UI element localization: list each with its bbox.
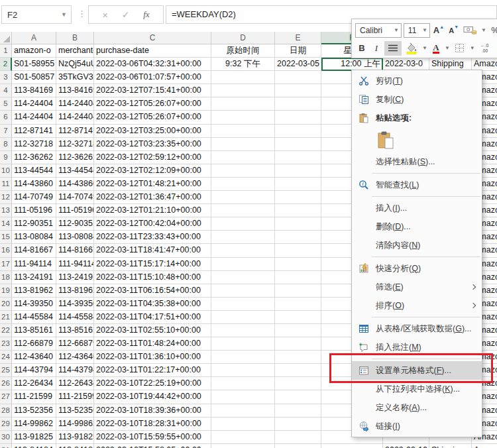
cell-c13[interactable]: 2022-03-12T01:21:10+00:00	[94, 204, 211, 217]
cell-e12[interactable]	[275, 191, 321, 204]
cell-d14[interactable]	[211, 217, 275, 231]
cell-b8[interactable]: 112-32718	[56, 138, 94, 151]
cell-e21[interactable]	[275, 311, 321, 324]
row-header-13[interactable]: 13	[0, 204, 12, 217]
borders-icon[interactable]	[453, 41, 467, 56]
insert-function-icon[interactable]: fx	[143, 9, 149, 20]
cell-e24[interactable]	[275, 351, 321, 364]
cell-e13[interactable]	[275, 204, 321, 217]
cell-d2[interactable]: 9:32 下午	[211, 58, 275, 71]
cell-b12[interactable]: 114-70749	[56, 191, 94, 204]
cell-d30[interactable]	[211, 431, 275, 444]
cell-a29[interactable]: 114-99862	[12, 418, 56, 431]
name-box[interactable]: F2 ▼	[1, 5, 72, 24]
cell-e20[interactable]	[275, 298, 321, 311]
row-header-25[interactable]: 25	[0, 364, 12, 377]
cell-e26[interactable]	[275, 377, 321, 390]
column-header-b[interactable]: B	[56, 32, 94, 44]
row-header-19[interactable]: 19	[0, 284, 12, 298]
cell-d26[interactable]	[211, 377, 275, 390]
cell-g31[interactable]: 2022-03-10	[383, 444, 429, 448]
cell-a17[interactable]: 111-94114	[12, 258, 56, 271]
cell-d13[interactable]	[211, 204, 275, 217]
cell-a4[interactable]: 113-84169	[12, 84, 56, 97]
cell-d17[interactable]	[211, 258, 275, 271]
row-header-29[interactable]: 29	[0, 418, 12, 431]
cell-c19[interactable]: 2022-03-11T06:16:54+00:00	[94, 284, 211, 298]
cell-a11[interactable]: 114-43860	[12, 178, 56, 191]
name-box-dropdown-icon[interactable]: ▼	[61, 11, 67, 18]
row-header-8[interactable]: 8	[0, 138, 12, 151]
cell-a14[interactable]: 112-90351	[12, 217, 56, 231]
row-header-24[interactable]: 24	[0, 351, 12, 364]
cell-a22[interactable]: 113-85161	[12, 324, 56, 337]
cell-c27[interactable]: 2022-03-10T19:44:42+00:00	[94, 390, 211, 404]
font-size-combo[interactable]: 11 ▼	[404, 23, 430, 38]
menu-item-cut[interactable]: 剪切(T)	[352, 72, 482, 90]
cell-c17[interactable]: 2022-03-11T15:17:14+00:00	[94, 258, 211, 271]
row-header-3[interactable]: 3	[0, 71, 12, 84]
cell-c4[interactable]: 2022-03-12T07:15:41+00:00	[94, 84, 211, 97]
cell-c30[interactable]: 2022-03-10T15:59:55+00:00	[94, 431, 211, 444]
cell-b28[interactable]: 113-52356	[56, 404, 94, 418]
row-header-5[interactable]: 5	[0, 97, 12, 111]
increase-font-size-button[interactable]: A▲	[432, 23, 445, 38]
row-header-31[interactable]: 31	[0, 444, 12, 448]
column-header-d[interactable]: D	[211, 32, 275, 44]
cell-a3[interactable]: S01-50857	[12, 71, 56, 84]
row-header-1[interactable]: 1	[0, 44, 12, 58]
cell-e29[interactable]	[275, 418, 321, 431]
fill-color-icon[interactable]	[404, 41, 419, 56]
cell-f31[interactable]	[321, 444, 383, 448]
cell-b23[interactable]: 112-66879	[56, 337, 94, 351]
cell-a24[interactable]: 112-43640	[12, 351, 56, 364]
row-header-22[interactable]: 22	[0, 324, 12, 337]
accounting-format-icon[interactable]	[462, 23, 478, 38]
cell-d23[interactable]	[211, 337, 275, 351]
cell-a15[interactable]: 113-08084	[12, 231, 56, 244]
row-header-6[interactable]: 6	[0, 111, 12, 124]
cell-a16[interactable]: 114-81667	[12, 244, 56, 257]
cell-d28[interactable]	[211, 404, 275, 418]
cancel-icon[interactable]: ×	[102, 9, 108, 21]
cell-c21[interactable]: 2022-03-11T04:17:51+00:00	[94, 311, 211, 324]
cell-a7[interactable]: 112-87141	[12, 125, 56, 138]
cell-e5[interactable]	[275, 97, 321, 111]
cell-d3[interactable]	[211, 71, 275, 84]
cell-e10[interactable]	[275, 164, 321, 178]
cell-a28[interactable]: 113-52356	[12, 404, 56, 418]
cell-b15[interactable]: 113-08084	[56, 231, 94, 244]
cell-e3[interactable]	[275, 71, 321, 84]
cell-d6[interactable]	[211, 111, 275, 124]
cell-d18[interactable]	[211, 271, 275, 284]
cell-c5[interactable]: 2022-03-12T05:26:07+00:00	[94, 97, 211, 111]
cell-c25[interactable]: 2022-03-11T01:22:17+00:00	[94, 364, 211, 377]
confirm-icon[interactable]: ✓	[122, 9, 130, 20]
cell-b26[interactable]: 112-26434	[56, 377, 94, 390]
chevron-down-icon[interactable]: ▼	[419, 27, 427, 33]
decrease-font-size-button[interactable]: A▼	[447, 23, 460, 38]
row-header-17[interactable]: 17	[0, 258, 12, 271]
row-header-26[interactable]: 26	[0, 377, 12, 390]
menu-item-filter[interactable]: 筛选(E)	[352, 278, 482, 296]
cell-d20[interactable]	[211, 298, 275, 311]
cell-c15[interactable]: 2022-03-11T23:33:43+00:00	[94, 231, 211, 244]
cell-a8[interactable]: 112-32718	[12, 138, 56, 151]
cell-e11[interactable]	[275, 178, 321, 191]
cell-c2[interactable]: 2022-03-06T04:32:31+00:00	[94, 58, 211, 71]
cell-e30[interactable]	[275, 431, 321, 444]
cell-b2[interactable]: NzQj54uU	[56, 58, 94, 71]
cell-b24[interactable]: 112-43640	[56, 351, 94, 364]
row-header-23[interactable]: 23	[0, 337, 12, 351]
align-center-icon[interactable]	[384, 41, 402, 56]
bold-button[interactable]: B	[355, 41, 368, 56]
font-name-combo[interactable]: Calibri ▼	[355, 23, 402, 38]
cell-e9[interactable]	[275, 151, 321, 164]
cell-d24[interactable]	[211, 351, 275, 364]
cell-c7[interactable]: 2022-03-12T03:25:00+00:00	[94, 125, 211, 138]
chevron-down-icon[interactable]: ▼	[390, 27, 399, 33]
cell-c6[interactable]: 2022-03-12T05:26:07+00:00	[94, 111, 211, 124]
cell-d10[interactable]	[211, 164, 275, 178]
chevron-down-icon[interactable]: ▼	[421, 45, 428, 51]
menu-item-insert-comment[interactable]: 插入批注(M)	[352, 338, 482, 357]
